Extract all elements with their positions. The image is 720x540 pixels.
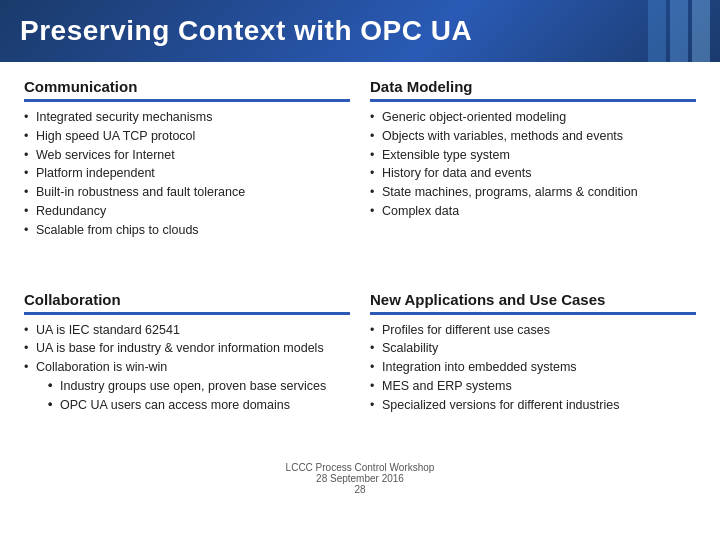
list-item: MES and ERP systems	[370, 377, 696, 396]
sub-list-item: • Industry groups use open, proven base …	[48, 377, 350, 396]
list-item: UA is IEC standard 62541	[24, 321, 350, 340]
list-item: History for data and events	[370, 164, 696, 183]
data-modeling-list: Generic object-oriented modeling Objects…	[370, 108, 696, 221]
footer: LCCC Process Control Workshop 28 Septemb…	[14, 460, 706, 536]
list-item: Web services for Internet	[24, 146, 350, 165]
sub-list-item: • OPC UA users can access more domains	[48, 396, 350, 415]
data-modeling-underline	[370, 99, 696, 102]
footer-line1: LCCC Process Control Workshop	[14, 462, 706, 473]
list-item: Collaboration is win-win • Industry grou…	[24, 358, 350, 414]
communication-list: Integrated security mechanisms High spee…	[24, 108, 350, 239]
header-decoration	[630, 0, 710, 62]
list-item: Objects with variables, methods and even…	[370, 127, 696, 146]
data-modeling-section: Data Modeling Generic object-oriented mo…	[360, 72, 706, 285]
list-item: Specialized versions for different indus…	[370, 396, 696, 415]
communication-header: Communication	[24, 78, 350, 95]
list-item: Platform independent	[24, 164, 350, 183]
collaboration-underline	[24, 312, 350, 315]
list-item: State machines, programs, alarms & condi…	[370, 183, 696, 202]
deco-block-1	[648, 0, 666, 62]
list-item: UA is base for industry & vendor informa…	[24, 339, 350, 358]
communication-section: Communication Integrated security mechan…	[14, 72, 360, 285]
deco-block-2	[670, 0, 688, 62]
list-item: Built-in robustness and fault tolerance	[24, 183, 350, 202]
data-modeling-header: Data Modeling	[370, 78, 696, 95]
footer-line3: 28	[14, 484, 706, 495]
list-item: Redundancy	[24, 202, 350, 221]
collaboration-section: Collaboration UA is IEC standard 62541 U…	[14, 285, 360, 460]
list-item: Integrated security mechanisms	[24, 108, 350, 127]
list-item: Scalable from chips to clouds	[24, 221, 350, 240]
list-item: Profiles for different use cases	[370, 321, 696, 340]
collaboration-header: Collaboration	[24, 291, 350, 308]
page-header: Preserving Context with OPC UA	[0, 0, 720, 62]
list-item: Scalability	[370, 339, 696, 358]
new-applications-header: New Applications and Use Cases	[370, 291, 696, 308]
footer-line2: 28 September 2016	[14, 473, 706, 484]
new-applications-underline	[370, 312, 696, 315]
list-item: Generic object-oriented modeling	[370, 108, 696, 127]
new-applications-list: Profiles for different use cases Scalabi…	[370, 321, 696, 415]
deco-block-3	[692, 0, 710, 62]
list-item: Extensible type system	[370, 146, 696, 165]
list-item: Complex data	[370, 202, 696, 221]
page-title: Preserving Context with OPC UA	[20, 15, 472, 47]
main-content: Communication Integrated security mechan…	[0, 62, 720, 540]
new-applications-section: New Applications and Use Cases Profiles …	[360, 285, 706, 460]
list-item: High speed UA TCP protocol	[24, 127, 350, 146]
communication-underline	[24, 99, 350, 102]
collaboration-list: UA is IEC standard 62541 UA is base for …	[24, 321, 350, 415]
list-item: Integration into embedded systems	[370, 358, 696, 377]
